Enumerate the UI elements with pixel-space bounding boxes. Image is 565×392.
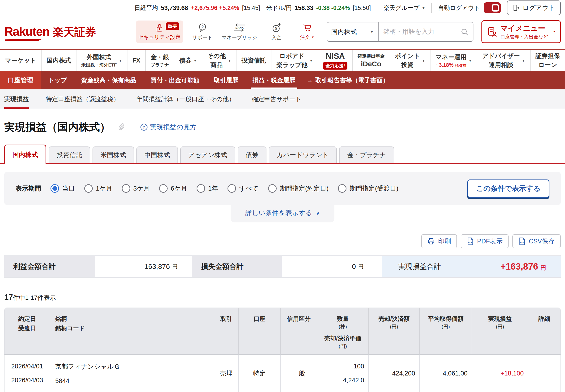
- nav-item-collateral-loan[interactable]: 証券担保ローン: [530, 50, 565, 71]
- radio-range-trade-date[interactable]: 期間指定(約定日): [268, 184, 329, 193]
- realized-pl-help-link[interactable]: ? 実現損益の見方: [140, 123, 197, 132]
- acct-tab-balance[interactable]: 資産残高・保有商品: [74, 71, 144, 89]
- chevron-down-icon: ▼: [422, 58, 425, 62]
- moneybridge-button[interactable]: BANK マネーブリッジ: [222, 23, 257, 41]
- nikkei-quote: 日経平均 53,739.68 +2,675.96 +5.24% [15:45]: [134, 4, 260, 12]
- svg-text:BANK: BANK: [235, 26, 244, 29]
- cell-margin-type: 一般: [280, 355, 317, 392]
- nav-item-foreign-stock[interactable]: 外国株式米国株・海外ETF ▼: [76, 50, 127, 71]
- loss-total-value: 0 円: [282, 256, 378, 277]
- nav-item-bonds[interactable]: 債券 ▼: [174, 50, 202, 71]
- support-button[interactable]: ? サポート: [191, 23, 214, 41]
- auto-logout-toggle[interactable]: [484, 2, 501, 13]
- col-quantity: 数量 (株) 売却/決済単価 (円): [317, 308, 368, 355]
- deposit-button[interactable]: ¥ 入金: [265, 23, 288, 41]
- logout-button[interactable]: ログアウト: [507, 0, 561, 15]
- subtab-realized-pl[interactable]: 実現損益: [4, 89, 29, 109]
- display-period-filter: 表示期間 当日 1ケ月 3ケ月 6ケ月 1年 すべて 期間指定(約定日) 期間指…: [4, 172, 561, 205]
- tab-china-stock[interactable]: 中国株式: [136, 146, 178, 163]
- radio-dot: [84, 184, 93, 193]
- acct-report-link[interactable]: → 取引報告書等（電子書面）: [303, 71, 393, 89]
- nav-item-fx[interactable]: FX: [127, 50, 145, 71]
- subtab-specific-account-pl[interactable]: 特定口座損益（譲渡益税）: [46, 89, 119, 109]
- rakuten-securities-logo[interactable]: Rakuten 楽天証券: [4, 24, 96, 39]
- tab-domestic-stock[interactable]: 国内株式: [4, 145, 46, 164]
- tab-asean-stock[interactable]: アセアン株式: [180, 146, 235, 163]
- page-title: 実現損益（国内株式）: [4, 120, 110, 134]
- radio-range-settle-date[interactable]: 期間指定(受渡日): [338, 184, 398, 193]
- cell-realized-pl: +18,100: [472, 355, 528, 392]
- header-tools: 重要 セキュリティ設定 ? サポート BANK マネーブリッジ: [136, 20, 561, 43]
- col-dates: 約定日 受渡日: [4, 308, 50, 355]
- radio-1year[interactable]: 1年: [197, 184, 218, 193]
- cell-proceeds: 424,200: [368, 355, 419, 392]
- account-management-bar: 口座管理 トップ 資産残高・保有商品 買付・出金可能額 取引履歴 損益・税金履歴…: [0, 71, 565, 89]
- nav-item-mutual-funds[interactable]: 投資信託: [236, 50, 271, 71]
- radio-dot: [268, 184, 276, 193]
- radio-6months[interactable]: 6ケ月: [159, 184, 187, 193]
- show-detailed-conditions-link[interactable]: 詳しい条件を表示する ∨: [231, 205, 334, 223]
- radio-all[interactable]: すべて: [228, 184, 259, 193]
- printer-icon: [427, 238, 435, 245]
- nav-item-advisor[interactable]: アドバイザー運用相談 ▼: [477, 50, 530, 71]
- search-category-select[interactable]: 国内株式 ▼: [327, 22, 378, 41]
- apply-filter-button[interactable]: この条件で表示する: [467, 180, 550, 198]
- nikkei-label: 日経平均: [134, 4, 158, 12]
- nav-item-nisa[interactable]: NISA全力応援!: [318, 50, 352, 71]
- acct-tab-top[interactable]: トップ: [41, 71, 74, 89]
- col-proceeds: 売却/決済額 (円): [368, 308, 419, 355]
- acct-tab-available[interactable]: 買付・出金可能額: [144, 71, 207, 89]
- divider: [377, 3, 377, 13]
- nikkei-time: [15:45]: [242, 4, 260, 11]
- main-navigation: マーケット 国内株式 外国株式米国株・海外ETF ▼ FX 金・銀プラチナ 債券…: [0, 49, 565, 71]
- chevron-down-icon: ▼: [228, 58, 231, 62]
- radio-3months[interactable]: 3ケ月: [122, 184, 150, 193]
- acct-tab-pl-tax-history[interactable]: 損益・税金履歴: [246, 71, 303, 89]
- nav-item-roboadvisor[interactable]: ロボアド楽ラップ他 ▼: [271, 50, 318, 71]
- realized-pl-total: 実現損益合計 +163,876円: [382, 256, 561, 277]
- toggle-knob: [492, 4, 499, 12]
- tab-mutual-funds[interactable]: 投資信託: [49, 146, 90, 163]
- acct-tab-history[interactable]: 取引履歴: [207, 71, 246, 89]
- nav-item-market[interactable]: マーケット: [0, 50, 41, 71]
- subtab-annual-pl-calc[interactable]: 年間損益計算（一般口座・その他）: [136, 89, 235, 109]
- paperclip-icon: [116, 121, 128, 133]
- security-settings-button[interactable]: 重要 セキュリティ設定: [136, 21, 183, 43]
- usdjpy-change: -0.38 -0.24%: [316, 4, 350, 11]
- mymenu-button[interactable]: マイメニュー 口座管理・入出金など ▼: [481, 20, 561, 43]
- order-button[interactable]: 注文 ▼: [296, 23, 319, 41]
- nav-item-point-investment[interactable]: ポイント投資 ▼: [390, 50, 431, 71]
- cell-detail: [528, 355, 561, 392]
- subtab-tax-return-support[interactable]: 確定申告サポート: [252, 89, 301, 109]
- radio-dot: [159, 184, 168, 193]
- csv-save-button[interactable]: csv CSV保存: [512, 234, 561, 248]
- col-avg-price: 平均取得価額 (円): [419, 308, 472, 355]
- nav-item-other-products[interactable]: その他商品 ▼: [202, 50, 236, 71]
- nav-item-ideco[interactable]: 確定拠出年金iDeCo: [352, 50, 390, 71]
- rakuten-group-menu[interactable]: 楽天グループ ▼: [384, 4, 425, 12]
- print-button[interactable]: 印刷: [421, 234, 457, 248]
- chevron-down-icon: ▼: [119, 58, 122, 62]
- account-management-home[interactable]: 口座管理: [0, 71, 41, 89]
- tab-gold-platinum[interactable]: 金・プラチナ: [339, 146, 394, 163]
- radio-today[interactable]: 当日: [51, 184, 75, 193]
- chevron-down-icon: ▼: [522, 58, 525, 62]
- col-margin-type: 信用区分: [280, 308, 317, 355]
- tab-bonds[interactable]: 債券: [238, 146, 266, 163]
- search-icon[interactable]: [461, 28, 469, 36]
- nav-item-domestic-stock[interactable]: 国内株式: [41, 50, 76, 71]
- nav-item-money-management[interactable]: マネー運用 ~3.18% 税引前 ▼: [430, 50, 477, 71]
- col-realized-pl: 実現損益 (円): [472, 308, 528, 355]
- header: Rakuten 楽天証券 重要 セキュリティ設定 ? サポート BANK: [0, 15, 565, 49]
- search-input[interactable]: [378, 22, 473, 41]
- radio-1month[interactable]: 1ケ月: [84, 184, 112, 193]
- tab-covered-warrant[interactable]: カバードワラント: [269, 146, 337, 163]
- result-count: 17件中1-17件表示: [0, 278, 565, 308]
- nisa-badge: 全力応援!: [323, 62, 347, 70]
- nav-item-gold-platinum[interactable]: 金・銀プラチナ: [145, 50, 174, 71]
- radio-dot: [197, 184, 205, 193]
- pdf-view-button[interactable]: PDF PDF表示: [461, 234, 508, 248]
- bank-transfer-icon: BANK: [232, 23, 247, 32]
- tab-us-stock[interactable]: 米国株式: [92, 146, 134, 163]
- realized-pl-total-value: +163,876円: [500, 262, 546, 272]
